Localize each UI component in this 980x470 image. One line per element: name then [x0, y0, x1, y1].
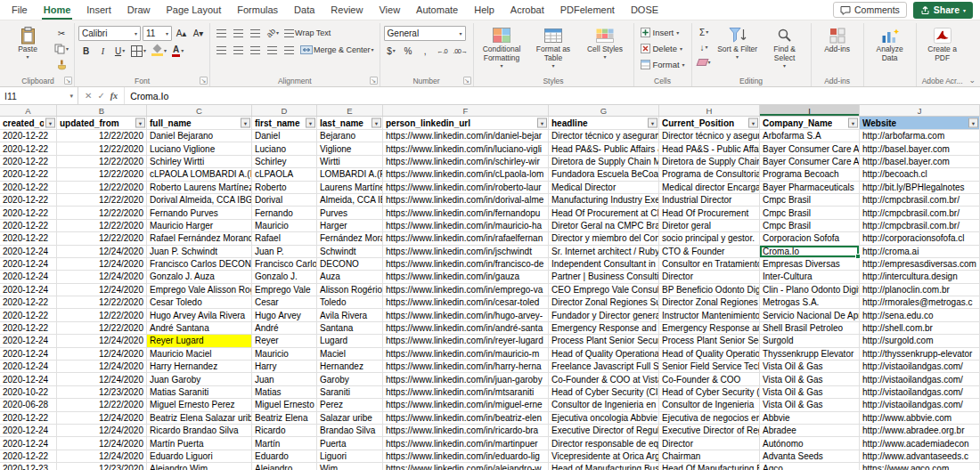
- cell-J9[interactable]: http://cmpcbrasil.com.br/: [860, 220, 980, 232]
- cell-F16[interactable]: https://www.linkedin.com/in/hugo-arvey-: [383, 309, 549, 321]
- header-cell-first_name[interactable]: first_name▼: [252, 117, 317, 130]
- sort-filter-button[interactable]: Sort & Filter ▾: [715, 24, 760, 75]
- cell-B2[interactable]: 12/22/2020: [57, 130, 147, 142]
- cell-H18[interactable]: Process Plant Senior Secur: [659, 335, 760, 347]
- cell-C20[interactable]: Harry Hernandez: [147, 361, 252, 373]
- align-bottom-button[interactable]: [248, 26, 263, 40]
- cell-E26[interactable]: Puerta: [317, 437, 383, 450]
- cell-A19[interactable]: 2020-12-24: [0, 348, 57, 361]
- cell-E14[interactable]: Alisson Rogério: [317, 284, 383, 296]
- cell-B27[interactable]: 12/24/2020: [57, 450, 147, 463]
- cell-I28[interactable]: Agco: [760, 463, 860, 470]
- formula-input[interactable]: Croma.Io: [125, 87, 980, 104]
- cell-A18[interactable]: 2020-12-24: [0, 335, 57, 347]
- cell-B28[interactable]: 12/23/2020: [57, 463, 147, 470]
- number-dialog-launcher-icon[interactable]: ↘: [463, 77, 471, 85]
- cell-G25[interactable]: Executive Director of Regula: [549, 425, 659, 437]
- cell-E22[interactable]: Saraniti: [317, 386, 383, 399]
- cell-G7[interactable]: Manufacturing Industry Exec: [549, 194, 659, 207]
- cell-H19[interactable]: Head of Quality Operation: [659, 348, 760, 361]
- cell-F17[interactable]: https://www.linkedin.com/in/andré-santa: [383, 322, 549, 335]
- cell-J15[interactable]: http://rmorales@metrogas.c: [860, 296, 980, 309]
- tab-view[interactable]: View: [371, 0, 408, 20]
- cell-F6[interactable]: https://www.linkedin.com/in/roberto-laur: [383, 182, 549, 194]
- cell-F8[interactable]: https://www.linkedin.com/in/fernandopu: [383, 207, 549, 219]
- cell-D15[interactable]: Cesar: [252, 296, 317, 309]
- cell-A9[interactable]: 2020-12-22: [0, 220, 57, 232]
- align-center-button[interactable]: [231, 43, 246, 57]
- cell-D2[interactable]: Daniel: [252, 130, 317, 142]
- paste-button[interactable]: Paste ▾: [5, 24, 50, 75]
- cell-E13[interactable]: Auza: [317, 271, 383, 283]
- cell-G24[interactable]: Ejecutiva oncologia Abbvie (: [549, 412, 659, 425]
- cell-D27[interactable]: Eduardo: [252, 450, 317, 463]
- cell-G26[interactable]: Director responsable de equ: [549, 437, 659, 450]
- format-cells-button[interactable]: Format▾: [638, 57, 688, 72]
- confirm-entry-icon[interactable]: ✓: [97, 91, 104, 101]
- cell-B12[interactable]: 12/24/2020: [57, 258, 147, 271]
- cell-J3[interactable]: http://basel.bayer.com: [860, 142, 980, 155]
- cell-F25[interactable]: https://www.linkedin.com/in/ricardo-bra: [383, 425, 549, 437]
- cell-B19[interactable]: 12/24/2020: [57, 348, 147, 361]
- cell-G4[interactable]: Diretora de Supply Chain Ma: [549, 156, 659, 168]
- cell-H8[interactable]: Head Of Procurement: [659, 207, 760, 219]
- cell-E7[interactable]: Almeida, CCA IBGC: [317, 194, 383, 207]
- cell-F2[interactable]: https://www.linkedin.com/in/daniel-bejar: [383, 130, 549, 142]
- align-middle-button[interactable]: [231, 26, 246, 40]
- cell-J5[interactable]: http://becoach.cl: [860, 168, 980, 181]
- cell-F13[interactable]: https://www.linkedin.com/in/gauza: [383, 271, 549, 283]
- cell-I7[interactable]: Cmpc Brasil: [760, 194, 860, 207]
- cell-H16[interactable]: Instructor Mantenimiento: [659, 309, 760, 321]
- cell-F23[interactable]: https://www.linkedin.com/in/miguel-erne: [383, 399, 549, 411]
- cell-J20[interactable]: http://vistaoilandgas.com/: [860, 361, 980, 373]
- orientation-button[interactable]: ab▾: [265, 26, 281, 40]
- header-cell-person_linkedin_url[interactable]: person_linkedin_url▼: [383, 117, 549, 130]
- cell-C23[interactable]: Miguel Ernesto Perez: [147, 399, 252, 411]
- cell-I21[interactable]: Vista Oil & Gas: [760, 373, 860, 385]
- cell-C2[interactable]: Daniel Bejarano: [147, 130, 252, 142]
- cell-G9[interactable]: Diretor Geral na CMPC Bras: [549, 220, 659, 232]
- cell-G10[interactable]: Director y miembro del Cons: [549, 232, 659, 245]
- name-box[interactable]: I11 ▾: [0, 87, 78, 104]
- cell-F11[interactable]: https://www.linkedin.com/in/jschwindt: [383, 246, 549, 258]
- cell-C16[interactable]: Hugo Arvey Avila Rivera: [147, 309, 252, 321]
- cell-A23[interactable]: 2020-06-28: [0, 399, 57, 411]
- tab-insert[interactable]: Insert: [78, 0, 119, 20]
- cell-H17[interactable]: Emergency Response and: [659, 322, 760, 335]
- increase-font-size-button[interactable]: A▴: [174, 27, 189, 41]
- percent-format-button[interactable]: %: [401, 44, 416, 58]
- cell-J8[interactable]: http://cmpcbrasil.com.br/: [860, 207, 980, 219]
- column-header-G[interactable]: G: [549, 105, 659, 116]
- cell-I27[interactable]: Advanta Seeds: [760, 450, 860, 463]
- cell-J11[interactable]: http://croma.ai: [860, 246, 980, 258]
- cell-D26[interactable]: Martín: [252, 437, 317, 450]
- cell-A26[interactable]: 2020-12-24: [0, 437, 57, 450]
- cell-A8[interactable]: 2020-12-22: [0, 207, 57, 219]
- cell-F24[interactable]: https://www.linkedin.com/in/beatriz-elen: [383, 412, 549, 425]
- tab-acrobat[interactable]: Acrobat: [502, 0, 552, 20]
- cell-F7[interactable]: https://www.linkedin.com/in/dorival-alme: [383, 194, 549, 207]
- cell-J25[interactable]: http://www.abradee.org.br: [860, 425, 980, 437]
- tab-draw[interactable]: Draw: [119, 0, 159, 20]
- addins-button[interactable]: Add-ins: [815, 24, 860, 75]
- cell-G16[interactable]: Fundador y Director general: [549, 309, 659, 321]
- cell-D25[interactable]: Ricardo: [252, 425, 317, 437]
- cell-J22[interactable]: http://vistaoilandgas.com/: [860, 386, 980, 399]
- decrease-decimal-button[interactable]: .00→: [452, 44, 470, 58]
- cell-B26[interactable]: 12/24/2020: [57, 437, 147, 450]
- cell-B4[interactable]: 12/22/2020: [57, 156, 147, 168]
- find-select-button[interactable]: Find & Select ▾: [763, 24, 807, 75]
- cell-J4[interactable]: http://basel.bayer.com: [860, 156, 980, 168]
- cell-A25[interactable]: 2020-12-24: [0, 425, 57, 437]
- cell-F15[interactable]: https://www.linkedin.com/in/cesar-toled: [383, 296, 549, 309]
- cell-B5[interactable]: 12/22/2020: [57, 168, 147, 181]
- filter-dropdown-icon-last_name[interactable]: ▼: [372, 118, 381, 128]
- cell-G27[interactable]: Vicepresidente at Orica Arge: [549, 450, 659, 463]
- cell-I9[interactable]: Cmpc Brasil: [760, 220, 860, 232]
- decrease-font-size-button[interactable]: A▾: [191, 27, 206, 41]
- cell-E9[interactable]: Harger: [317, 220, 383, 232]
- autosum-button[interactable]: Σ▾: [696, 25, 713, 39]
- cell-I22[interactable]: Vista Oil & Gas: [760, 386, 860, 399]
- filter-dropdown-icon-Website[interactable]: ▼: [968, 118, 978, 128]
- tab-data[interactable]: Data: [286, 0, 323, 20]
